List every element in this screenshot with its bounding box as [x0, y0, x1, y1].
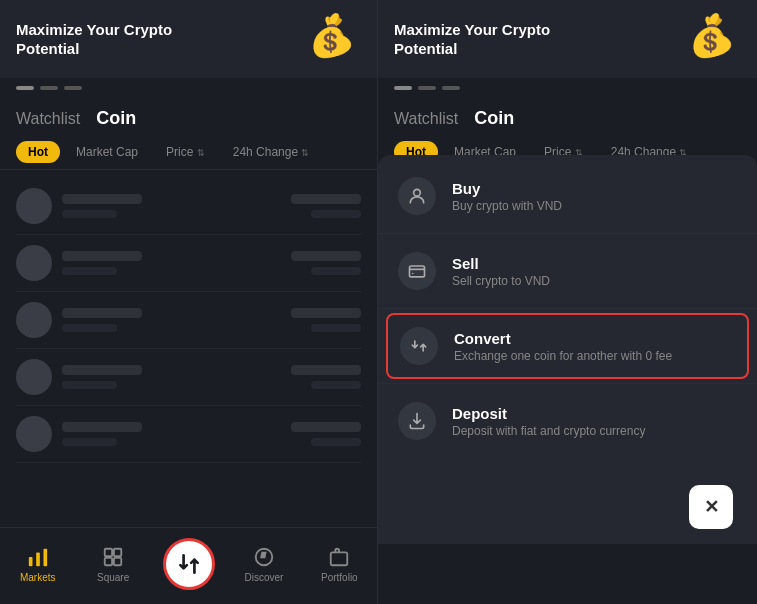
coin-icon: 💰: [301, 9, 358, 64]
coin-name-bar: [62, 422, 142, 432]
left-panel: Maximize Your Crypto Potential 💰 Watchli…: [0, 0, 378, 604]
convert-title: Convert: [454, 330, 735, 347]
nav-convert-fab-item: [151, 538, 226, 590]
menu-item-buy[interactable]: Buy Buy crypto with VND: [378, 163, 757, 229]
deposit-title: Deposit: [452, 405, 737, 422]
right-tab-coin[interactable]: Coin: [474, 108, 514, 129]
sell-icon: [398, 252, 436, 290]
price-bar: [291, 308, 361, 318]
convert-text: Convert Exchange one coin for another wi…: [454, 330, 735, 363]
left-section-tabs: Watchlist Coin: [0, 98, 377, 135]
menu-item-convert[interactable]: Convert Exchange one coin for another wi…: [386, 313, 749, 379]
right-panel: Maximize Your Crypto Potential 💰 Watchli…: [378, 0, 757, 604]
left-tab-coin[interactable]: Coin: [96, 108, 136, 129]
discover-icon: [252, 545, 276, 569]
nav-portfolio[interactable]: Portfolio: [302, 545, 377, 583]
convert-subtitle: Exchange one coin for another with 0 fee: [454, 349, 735, 363]
left-banner-icon: 💰: [306, 14, 361, 64]
price-bar: [291, 194, 361, 204]
coin-name-bar: [62, 251, 142, 261]
table-row[interactable]: [16, 178, 361, 235]
left-filter-24h[interactable]: 24h Change ⇅: [221, 141, 322, 163]
left-filter-marketcap[interactable]: Market Cap: [64, 141, 150, 163]
dot-2: [40, 86, 58, 90]
divider-3: [378, 383, 757, 384]
dot-1: [16, 86, 34, 90]
nav-discover[interactable]: Discover: [226, 545, 301, 583]
coin-price-col: [291, 308, 361, 332]
deposit-subtitle: Deposit with fiat and crypto currency: [452, 424, 737, 438]
square-label: Square: [97, 572, 129, 583]
divider-1: [378, 233, 757, 234]
right-section-tabs: Watchlist Coin: [378, 98, 757, 135]
left-tab-watchlist[interactable]: Watchlist: [16, 110, 80, 128]
svg-rect-6: [114, 558, 121, 565]
coin-avatar: [16, 245, 52, 281]
right-dot-2: [418, 86, 436, 90]
discover-label: Discover: [244, 572, 283, 583]
coin-avatar: [16, 188, 52, 224]
svg-point-10: [414, 189, 421, 196]
right-coin-icon: 💰: [681, 9, 738, 64]
svg-point-12: [412, 273, 414, 275]
left-dots-indicator: [0, 78, 377, 98]
coin-info: [62, 422, 281, 446]
price-sub-bar: [311, 438, 361, 446]
buy-title: Buy: [452, 180, 737, 197]
right-banner-icon: 💰: [686, 14, 741, 64]
portfolio-label: Portfolio: [321, 572, 358, 583]
left-filter-hot[interactable]: Hot: [16, 141, 60, 163]
convert-fab-button[interactable]: [163, 538, 215, 590]
price-sub-bar: [311, 210, 361, 218]
sell-text: Sell Sell crypto to VND: [452, 255, 737, 288]
nav-markets[interactable]: Markets: [0, 545, 75, 583]
price-bar: [291, 365, 361, 375]
buy-text: Buy Buy crypto with VND: [452, 180, 737, 213]
right-dot-3: [442, 86, 460, 90]
svg-rect-1: [36, 552, 40, 566]
svg-rect-5: [105, 558, 112, 565]
buy-subtitle: Buy crypto with VND: [452, 199, 737, 213]
convert-icon: [400, 327, 438, 365]
coin-avatar: [16, 302, 52, 338]
coin-name-bar: [62, 365, 142, 375]
right-dots-indicator: [378, 78, 757, 98]
price-sub-bar: [311, 324, 361, 332]
markets-icon: [26, 545, 50, 569]
price-sort-icon: ⇅: [197, 148, 205, 158]
divider-2: [378, 308, 757, 309]
price-bar: [291, 422, 361, 432]
sell-subtitle: Sell crypto to VND: [452, 274, 737, 288]
coin-sub-bar: [62, 324, 117, 332]
coin-sub-bar: [62, 210, 117, 218]
coin-name-bar: [62, 308, 142, 318]
menu-item-sell[interactable]: Sell Sell crypto to VND: [378, 238, 757, 304]
table-row[interactable]: [16, 235, 361, 292]
svg-rect-9: [331, 552, 348, 565]
coin-avatar: [16, 416, 52, 452]
coin-info: [62, 194, 281, 218]
left-bottom-nav: Markets Square: [0, 527, 377, 604]
coin-name-bar: [62, 194, 142, 204]
sell-title: Sell: [452, 255, 737, 272]
menu-item-deposit[interactable]: Deposit Deposit with fiat and crypto cur…: [378, 388, 757, 454]
svg-rect-0: [29, 557, 33, 566]
coin-sub-bar: [62, 381, 117, 389]
deposit-icon: [398, 402, 436, 440]
svg-rect-3: [105, 549, 112, 556]
table-row[interactable]: [16, 292, 361, 349]
price-sub-bar: [311, 381, 361, 389]
square-icon: [101, 545, 125, 569]
close-button[interactable]: ✕: [689, 485, 733, 529]
coin-sub-bar: [62, 438, 117, 446]
nav-square[interactable]: Square: [75, 545, 150, 583]
table-row[interactable]: [16, 349, 361, 406]
coin-avatar: [16, 359, 52, 395]
right-banner-title: Maximize Your Crypto Potential: [394, 20, 594, 59]
left-banner-title: Maximize Your Crypto Potential: [16, 20, 216, 59]
right-tab-watchlist[interactable]: Watchlist: [394, 110, 458, 128]
price-bar: [291, 251, 361, 261]
left-filter-price[interactable]: Price ⇅: [154, 141, 217, 163]
coin-sub-bar: [62, 267, 117, 275]
table-row[interactable]: [16, 406, 361, 463]
